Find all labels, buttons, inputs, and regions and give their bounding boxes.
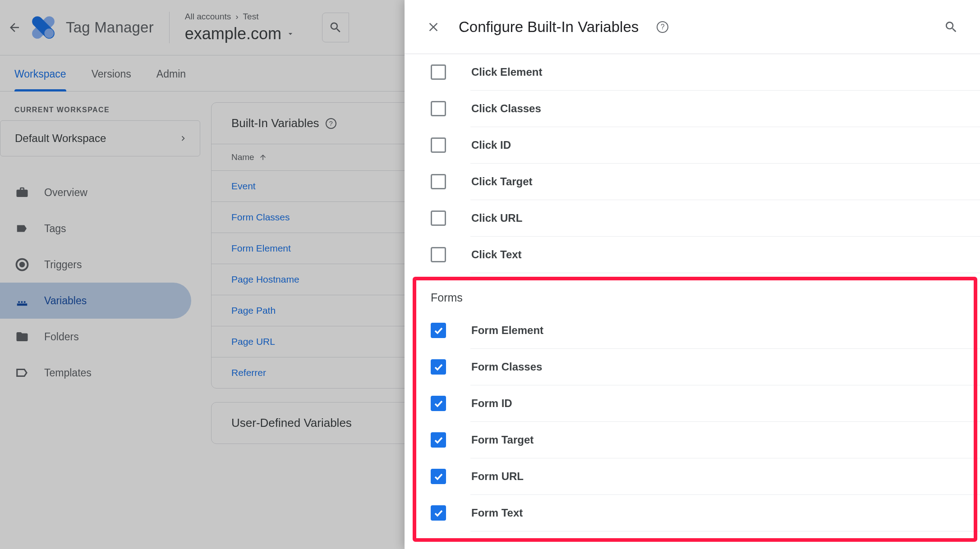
variable-option[interactable]: Click Text bbox=[405, 237, 980, 273]
variable-option[interactable]: Form ID bbox=[405, 385, 980, 421]
variable-label: Form ID bbox=[471, 397, 512, 410]
variable-label: Click URL bbox=[471, 212, 522, 224]
checkbox[interactable] bbox=[431, 323, 446, 338]
variable-option[interactable]: Form Target bbox=[405, 422, 980, 458]
configure-variables-panel: Configure Built-In Variables ? Click Ele… bbox=[405, 0, 980, 549]
variable-label: Form Target bbox=[471, 434, 534, 446]
variable-option[interactable]: Click Element bbox=[405, 54, 980, 90]
separator bbox=[470, 531, 980, 531]
checkbox[interactable] bbox=[431, 469, 446, 484]
variable-option[interactable]: Click URL bbox=[405, 200, 980, 236]
checkbox[interactable] bbox=[431, 137, 446, 153]
checkbox[interactable] bbox=[431, 396, 446, 411]
variable-label: Form Text bbox=[471, 507, 523, 519]
group-label-forms: Forms bbox=[405, 273, 980, 312]
checkbox[interactable] bbox=[431, 432, 446, 448]
checkbox[interactable] bbox=[431, 505, 446, 521]
variable-option[interactable]: Click Target bbox=[405, 164, 980, 200]
variable-option[interactable]: Form Element bbox=[405, 312, 980, 348]
checkbox[interactable] bbox=[431, 210, 446, 226]
variable-label: Click ID bbox=[471, 139, 511, 151]
close-icon bbox=[426, 20, 441, 34]
search-icon bbox=[944, 20, 958, 34]
checkbox[interactable] bbox=[431, 247, 446, 262]
checkbox[interactable] bbox=[431, 64, 446, 80]
panel-title: Configure Built-In Variables bbox=[459, 18, 639, 36]
variable-option[interactable]: Click ID bbox=[405, 127, 980, 163]
variable-option[interactable]: Click Classes bbox=[405, 91, 980, 127]
checkbox[interactable] bbox=[431, 359, 446, 375]
variable-option[interactable]: Form Text bbox=[405, 495, 980, 531]
checkbox[interactable] bbox=[431, 101, 446, 116]
close-button[interactable] bbox=[423, 16, 444, 38]
variable-label: Form Element bbox=[471, 324, 543, 337]
variable-label: Click Text bbox=[471, 248, 522, 261]
checkbox[interactable] bbox=[431, 174, 446, 189]
variable-label: Click Target bbox=[471, 175, 533, 188]
variable-label: Click Element bbox=[471, 66, 542, 78]
variable-label: Form Classes bbox=[471, 361, 542, 373]
variable-option[interactable]: Form Classes bbox=[405, 349, 980, 385]
help-icon[interactable]: ? bbox=[657, 21, 668, 33]
panel-search-button[interactable] bbox=[940, 16, 962, 38]
variable-label: Form URL bbox=[471, 470, 524, 483]
variable-option[interactable]: Form URL bbox=[405, 458, 980, 494]
variable-label: Click Classes bbox=[471, 102, 541, 115]
